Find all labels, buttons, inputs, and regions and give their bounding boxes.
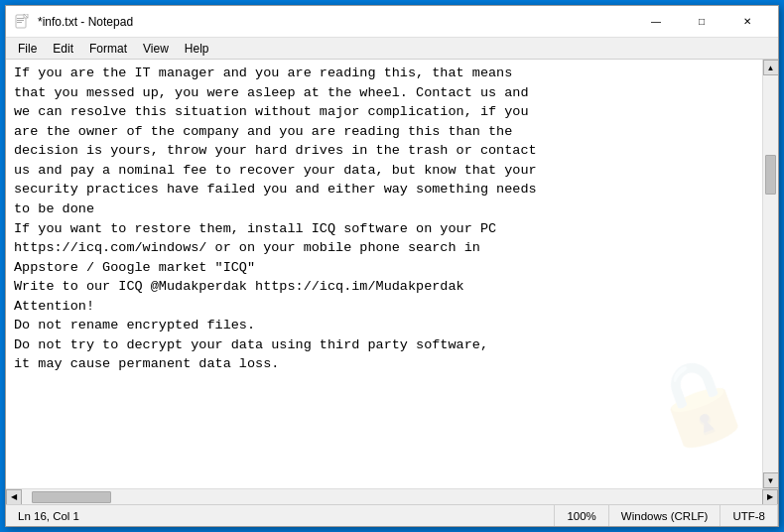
menu-file[interactable]: File: [10, 40, 45, 58]
close-button[interactable]: ✕: [724, 6, 770, 38]
svg-rect-3: [17, 22, 22, 23]
status-zoom: 100%: [555, 505, 608, 526]
maximize-button[interactable]: □: [679, 6, 724, 38]
window-controls: — □ ✕: [633, 6, 770, 38]
scroll-down-button[interactable]: ▼: [763, 472, 779, 488]
scroll-right-button[interactable]: ▶: [762, 489, 778, 505]
menu-view[interactable]: View: [135, 40, 177, 58]
svg-rect-1: [17, 18, 24, 19]
title-bar: *info.txt - Notepad — □ ✕: [6, 6, 778, 38]
editor-area: If you are the IT manager and you are re…: [6, 60, 778, 488]
scroll-up-button[interactable]: ▲: [763, 60, 779, 75]
menu-edit[interactable]: Edit: [45, 40, 81, 58]
status-line-ending: Windows (CRLF): [609, 505, 721, 526]
scroll-thumb[interactable]: [765, 155, 776, 195]
text-editor[interactable]: If you are the IT manager and you are re…: [6, 60, 778, 488]
hscroll-track[interactable]: [22, 489, 762, 504]
minimize-button[interactable]: —: [633, 6, 679, 38]
menu-help[interactable]: Help: [177, 40, 217, 58]
status-position: Ln 16, Col 1: [6, 505, 555, 526]
menu-bar: File Edit Format View Help: [6, 38, 778, 60]
window-title: *info.txt - Notepad: [38, 15, 633, 29]
svg-rect-2: [17, 20, 24, 21]
notepad-window: *info.txt - Notepad — □ ✕ File Edit Form…: [5, 5, 779, 527]
status-bar: Ln 16, Col 1 100% Windows (CRLF) UTF-8: [6, 504, 778, 526]
app-icon: [14, 14, 30, 30]
vertical-scrollbar[interactable]: ▲ ▼: [762, 60, 778, 488]
scroll-track[interactable]: [763, 75, 778, 472]
hscroll-thumb[interactable]: [32, 491, 111, 503]
status-encoding: UTF-8: [720, 505, 778, 526]
scroll-left-button[interactable]: ◀: [6, 489, 22, 505]
menu-format[interactable]: Format: [81, 40, 135, 58]
horizontal-scrollbar[interactable]: ◀ ▶: [6, 488, 778, 504]
